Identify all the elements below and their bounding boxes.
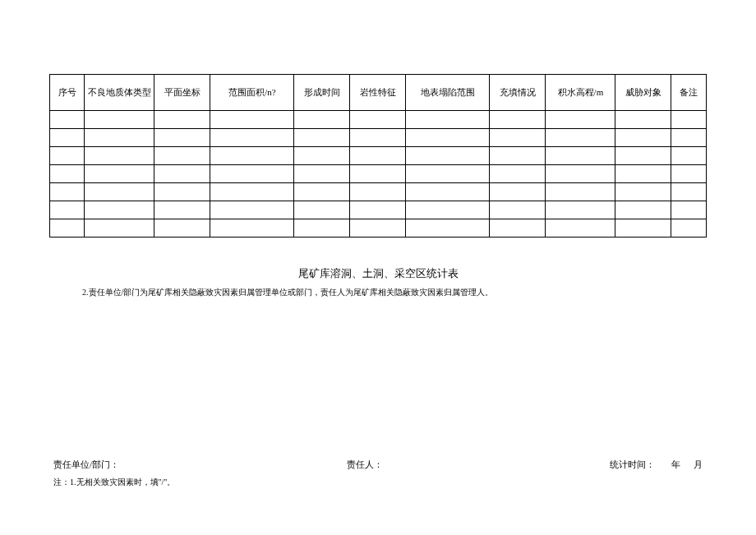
table-cell xyxy=(615,201,671,219)
table-row xyxy=(50,183,707,201)
table-cell xyxy=(50,165,85,183)
header-collapse: 地表塌陷范围 xyxy=(406,75,490,111)
table-cell xyxy=(490,111,546,129)
table-cell xyxy=(615,219,671,238)
table-cell xyxy=(154,147,210,165)
table-cell xyxy=(406,219,490,238)
geological-table: 序号 不良地质体类型 平面坐标 范围面积/n? 形成时间 岩性特征 地表塌陷范围… xyxy=(49,74,707,238)
table-cell xyxy=(490,183,546,201)
table-cell xyxy=(154,219,210,238)
table-cell xyxy=(154,165,210,183)
table-row xyxy=(50,129,707,147)
table-cell xyxy=(546,219,615,238)
table-cell xyxy=(406,183,490,201)
table-cell xyxy=(546,111,615,129)
table-cell xyxy=(546,165,615,183)
table-cell xyxy=(294,219,350,238)
table-cell xyxy=(406,111,490,129)
table-cell xyxy=(294,147,350,165)
table-cell xyxy=(671,183,707,201)
table-cell xyxy=(210,111,294,129)
table-cell xyxy=(350,165,406,183)
table-cell xyxy=(615,165,671,183)
table-row xyxy=(50,201,707,219)
table-cell xyxy=(615,183,671,201)
table-cell xyxy=(85,111,154,129)
table-cell xyxy=(210,165,294,183)
table-cell xyxy=(615,111,671,129)
table-cell xyxy=(210,201,294,219)
table-cell xyxy=(50,147,85,165)
table-cell xyxy=(50,201,85,219)
table-row xyxy=(50,165,707,183)
table-cell xyxy=(490,129,546,147)
table-cell xyxy=(350,111,406,129)
table-cell xyxy=(546,129,615,147)
table-cell xyxy=(154,111,210,129)
table-cell xyxy=(85,201,154,219)
header-remark: 备注 xyxy=(671,75,707,111)
table-cell xyxy=(350,129,406,147)
table-cell xyxy=(490,201,546,219)
footer-person: 责任人： xyxy=(347,459,383,471)
table-cell xyxy=(85,147,154,165)
header-time: 形成时间 xyxy=(294,75,350,111)
table-cell xyxy=(490,147,546,165)
table-cell xyxy=(350,201,406,219)
table-cell xyxy=(671,147,707,165)
table-cell xyxy=(85,129,154,147)
table-cell xyxy=(50,219,85,238)
table-cell xyxy=(671,165,707,183)
table-cell xyxy=(615,129,671,147)
table-row xyxy=(50,111,707,129)
header-threat: 威胁对象 xyxy=(615,75,671,111)
table-cell xyxy=(406,165,490,183)
table-cell xyxy=(615,147,671,165)
table-cell xyxy=(154,183,210,201)
table-cell xyxy=(406,147,490,165)
table-cell xyxy=(50,129,85,147)
subtitle: 尾矿库溶洞、土洞、采空区统计表 xyxy=(49,266,707,281)
table-cell xyxy=(85,183,154,201)
table-cell xyxy=(294,183,350,201)
note-mid: 2.责任单位/部门为尾矿库相关隐蔽致灾因素归属管理单位或部门，责任人为尾矿库相关… xyxy=(82,286,707,298)
table-cell xyxy=(85,219,154,238)
table-cell xyxy=(350,147,406,165)
table-cell xyxy=(294,111,350,129)
table-cell xyxy=(294,165,350,183)
header-type: 不良地质体类型 xyxy=(85,75,154,111)
table-cell xyxy=(210,129,294,147)
table-cell xyxy=(671,201,707,219)
table-cell xyxy=(350,183,406,201)
footer-time: 统计时间： 年 月 xyxy=(610,459,703,471)
table-row xyxy=(50,147,707,165)
header-seq: 序号 xyxy=(50,75,85,111)
footer-note: 注：1.无相关致灾因素时，填"/"。 xyxy=(53,476,201,488)
table-cell xyxy=(210,183,294,201)
table-cell xyxy=(294,201,350,219)
header-lith: 岩性特征 xyxy=(350,75,406,111)
table-body xyxy=(50,111,707,238)
table-header-row: 序号 不良地质体类型 平面坐标 范围面积/n? 形成时间 岩性特征 地表塌陷范围… xyxy=(50,75,707,111)
table-cell xyxy=(490,219,546,238)
table-cell xyxy=(406,201,490,219)
table-cell xyxy=(671,129,707,147)
table-cell xyxy=(294,129,350,147)
table-cell xyxy=(154,201,210,219)
table-cell xyxy=(50,111,85,129)
table-cell xyxy=(546,183,615,201)
table-cell xyxy=(50,183,85,201)
table-cell xyxy=(350,219,406,238)
footer-row: 责任单位/部门： 责任人： 统计时间： 年 月 xyxy=(49,459,707,471)
header-coord: 平面坐标 xyxy=(154,75,210,111)
table-cell xyxy=(406,129,490,147)
header-area: 范围面积/n? xyxy=(210,75,294,111)
table-cell xyxy=(154,129,210,147)
header-fill: 充填情况 xyxy=(490,75,546,111)
table-cell xyxy=(671,219,707,238)
footer-dept: 责任单位/部门： xyxy=(53,459,119,471)
table-cell xyxy=(546,147,615,165)
table-cell xyxy=(490,165,546,183)
table-row xyxy=(50,219,707,238)
table-cell xyxy=(85,165,154,183)
